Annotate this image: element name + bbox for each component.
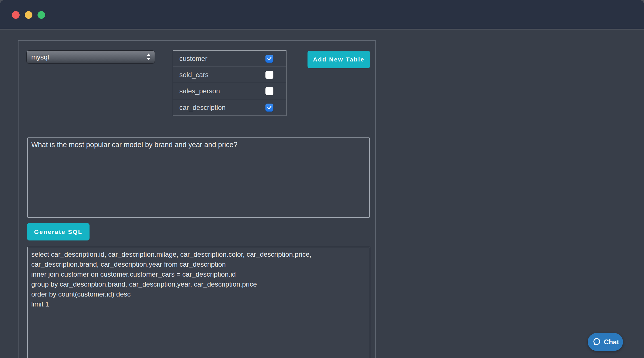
question-input[interactable]: What is the most popular car model by br… — [27, 137, 370, 218]
table-checkbox[interactable] — [265, 104, 273, 112]
chat-bubble-icon — [592, 337, 601, 347]
table-row: sold_cars — [173, 67, 286, 83]
check-icon — [267, 105, 272, 110]
minimize-window-button[interactable] — [25, 11, 32, 19]
database-select[interactable]: mysql — [26, 50, 155, 63]
titlebar — [0, 0, 644, 29]
table-checkbox[interactable] — [265, 87, 273, 95]
table-name-label: car_description — [179, 104, 226, 112]
check-icon — [267, 56, 272, 61]
table-row: car_description — [173, 99, 286, 116]
generate-sql-button[interactable]: Generate SQL — [27, 223, 90, 240]
table-name-label: sold_cars — [179, 71, 209, 79]
close-window-button[interactable] — [12, 11, 20, 19]
table-row: customer — [173, 51, 286, 67]
database-select-wrap: mysql — [26, 50, 155, 63]
table-name-label: customer — [179, 55, 207, 63]
sql-output[interactable]: select car_description.id, car_descripti… — [27, 247, 370, 358]
table-list: customer sold_cars sales_person car_desc… — [173, 50, 286, 116]
add-new-table-button[interactable]: Add New Table — [308, 51, 370, 68]
main-content: mysql customer sold_cars sales_person — [0, 30, 644, 358]
table-name-label: sales_person — [179, 87, 220, 95]
chat-button[interactable]: Chat — [588, 333, 623, 351]
table-row: sales_person — [173, 83, 286, 99]
table-checkbox[interactable] — [265, 71, 273, 79]
table-checkbox[interactable] — [265, 55, 273, 63]
app-window: mysql customer sold_cars sales_person — [0, 0, 644, 358]
chat-button-label: Chat — [604, 338, 619, 346]
maximize-window-button[interactable] — [38, 11, 45, 19]
window-controls — [12, 11, 45, 19]
